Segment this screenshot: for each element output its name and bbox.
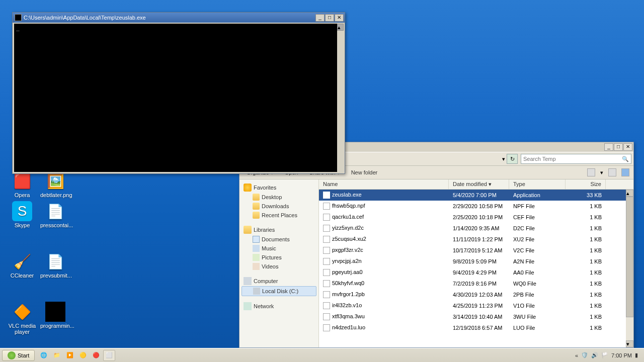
nav-item-pictures[interactable]: Pictures xyxy=(242,253,316,262)
desktop-icon[interactable]: 🖼️debtlater.png xyxy=(40,171,70,198)
scroll-thumb[interactable] xyxy=(626,197,633,317)
start-button[interactable]: Start xyxy=(2,350,35,361)
maximize-button[interactable]: □ xyxy=(614,143,623,151)
pin-explorer[interactable]: 📁 xyxy=(51,350,63,361)
nav-computer[interactable]: Computer xyxy=(242,276,316,286)
pin-media[interactable]: ▶️ xyxy=(64,350,76,361)
view-button[interactable] xyxy=(587,168,595,176)
quick-launch: 🌐 📁 ▶️ 🟡 🔴 ⬜ xyxy=(38,350,115,361)
col-size[interactable]: Size xyxy=(566,179,606,189)
desktop-icon-label: Opera xyxy=(15,192,30,198)
taskbar-task[interactable]: ⬜ xyxy=(103,350,115,361)
desktop-icon[interactable]: 🔶VLC media player xyxy=(7,302,37,335)
table-row[interactable]: pxgpf3zr.v2c10/17/2019 5:12 AMV2C File1 … xyxy=(319,245,633,256)
disk-icon xyxy=(253,288,260,295)
desktop-icon-label: programmin... xyxy=(40,323,74,329)
folder-icon xyxy=(253,212,260,219)
table-row[interactable]: fhswb5qp.npf2/29/2020 10:58 PMNPF File1 … xyxy=(319,201,633,212)
network-icon xyxy=(244,302,252,310)
console-scrollbar[interactable]: ▴ xyxy=(337,24,344,172)
scroll-down-button[interactable]: ▾ xyxy=(626,340,633,347)
taskbar: Start 🌐 📁 ▶️ 🟡 🔴 ⬜ « 🛡️ 🔊 🏳️ 7:00 PM ▮ xyxy=(0,348,644,362)
file-icon xyxy=(323,258,330,265)
nav-item-videos[interactable]: Videos xyxy=(242,262,316,271)
nav-item-desktop[interactable]: Desktop xyxy=(242,193,316,202)
table-row[interactable]: pgeyutrj.aa09/4/2019 4:29 PMAA0 File1 KB xyxy=(319,267,633,278)
videos-icon xyxy=(253,263,260,270)
column-headers: Name Date modified ▾ Type Size xyxy=(319,179,633,190)
col-date[interactable]: Date modified ▾ xyxy=(449,179,509,189)
table-row[interactable]: yizz5xyn.d2c1/14/2020 9:35 AMD2C File1 K… xyxy=(319,223,633,234)
help-button[interactable] xyxy=(621,168,629,176)
maximize-button[interactable]: □ xyxy=(325,14,334,22)
pin-chrome[interactable]: 🟡 xyxy=(77,350,89,361)
file-icon xyxy=(323,225,330,232)
desktop-icon-label: debtlater.png xyxy=(40,192,72,198)
scrollbar[interactable]: ▴ ▾ xyxy=(626,190,633,347)
search-icon[interactable]: 🔍 xyxy=(622,156,629,162)
scroll-up-button[interactable]: ▴ xyxy=(337,24,344,31)
table-row[interactable]: xtfl3qma.3wu3/14/2019 10:40 AM3WU File1 … xyxy=(319,311,633,322)
nav-item-local-disk[interactable]: Local Disk (C:) xyxy=(242,286,316,296)
console-body[interactable]: _ xyxy=(14,24,337,172)
pin-ie[interactable]: 🌐 xyxy=(38,350,50,361)
minimize-button[interactable]: _ xyxy=(604,143,613,151)
table-row[interactable]: z5cuqsu4.xu211/11/2019 1:22 PMXU2 File1 … xyxy=(319,234,633,245)
file-icon xyxy=(323,247,330,254)
file-list: Name Date modified ▾ Type Size zeuslab.e… xyxy=(319,179,633,347)
desktop-icon[interactable]: programmin... xyxy=(40,302,70,329)
file-icon xyxy=(323,324,330,331)
col-name[interactable]: Name xyxy=(319,179,449,189)
desktop-icon[interactable]: 🧹CCleaner xyxy=(7,251,37,279)
desktop-icon[interactable]: 📄presscontai... xyxy=(40,201,70,228)
minimize-button[interactable]: _ xyxy=(315,14,325,22)
nav-item-documents[interactable]: Documents xyxy=(242,235,316,244)
table-row[interactable]: ir4l32zb.v1o4/25/2019 11:23 PMV1O File1 … xyxy=(319,300,633,311)
nav-favorites[interactable]: Favorites xyxy=(242,183,316,193)
close-button[interactable]: ✕ xyxy=(335,14,344,22)
folder-icon xyxy=(253,203,260,210)
volume-icon[interactable]: 🔊 xyxy=(591,352,598,359)
desktop-icon-label: Skype xyxy=(15,222,30,228)
nav-network[interactable]: Network xyxy=(242,301,316,311)
console-titlebar[interactable]: C:\Users\admin\AppData\Local\Temp\zeusla… xyxy=(13,13,345,23)
dropdown-icon[interactable]: ▾ xyxy=(600,169,603,176)
search-box[interactable]: 🔍 xyxy=(521,154,631,164)
col-type[interactable]: Type xyxy=(509,179,566,189)
new-folder-button[interactable]: New folder xyxy=(348,168,381,176)
show-desktop-button[interactable]: ▮ xyxy=(635,352,642,359)
file-icon xyxy=(323,214,330,221)
flag-icon[interactable]: 🏳️ xyxy=(601,352,608,359)
desktop-icon[interactable]: 🟥Opera xyxy=(7,171,37,198)
nav-item-downloads[interactable]: Downloads xyxy=(242,202,316,211)
nav-pane: Favorites Desktop Downloads Recent Place… xyxy=(239,179,319,347)
table-row[interactable]: mvfrgor1.2pb4/30/2019 12:03 AM2PB File1 … xyxy=(319,289,633,300)
console-cursor: _ xyxy=(14,24,337,32)
table-row[interactable]: n4dzed1u.luo12/19/2018 6:57 AMLUO File1 … xyxy=(319,322,633,333)
tray-icon[interactable]: 🛡️ xyxy=(581,352,588,359)
nav-libraries[interactable]: Libraries xyxy=(242,225,316,235)
preview-pane-button[interactable] xyxy=(608,168,616,176)
table-row[interactable]: qacrku1a.cef2/25/2020 10:18 PMCEF File1 … xyxy=(319,212,633,223)
clock[interactable]: 7:00 PM xyxy=(611,352,632,358)
file-icon xyxy=(323,280,330,287)
system-tray: « 🛡️ 🔊 🏳️ 7:00 PM ▮ xyxy=(575,352,642,359)
console-title: C:\Users\admin\AppData\Local\Temp\zeusla… xyxy=(24,15,315,21)
table-row[interactable]: yrvpcjpj.a2n9/8/2019 5:09 PMA2N File1 KB xyxy=(319,256,633,267)
nav-item-recent[interactable]: Recent Places xyxy=(242,211,316,220)
refresh-button[interactable]: ↻ xyxy=(507,154,518,164)
desktop-icon[interactable]: 📄prevsubmit... xyxy=(40,251,70,279)
table-row[interactable]: 50khyfvf.wq07/2/2019 8:16 PMWQ0 File1 KB xyxy=(319,278,633,289)
nav-item-music[interactable]: Music xyxy=(242,244,316,253)
table-row[interactable]: zeuslab.exe5/4/2020 7:00 PMApplication33… xyxy=(319,190,633,201)
folder-icon xyxy=(253,194,260,201)
close-button[interactable]: ✕ xyxy=(623,143,632,151)
desktop-icon[interactable]: SSkype xyxy=(7,201,37,228)
dropdown-icon[interactable]: ▾ xyxy=(502,156,505,162)
desktop-icon-label: prevsubmit... xyxy=(40,273,72,279)
tray-expand-icon[interactable]: « xyxy=(575,352,578,358)
search-input[interactable] xyxy=(523,156,622,162)
pin-opera[interactable]: 🔴 xyxy=(90,350,102,361)
document-icon xyxy=(253,236,260,243)
scroll-up-button[interactable]: ▴ xyxy=(626,190,633,197)
